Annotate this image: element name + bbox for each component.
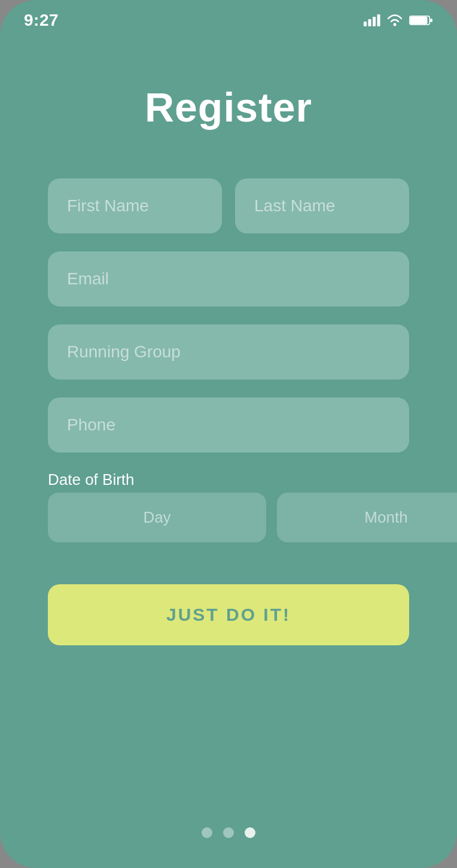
page-indicators (0, 803, 457, 868)
phone-input[interactable] (48, 397, 409, 453)
svg-point-4 (394, 23, 397, 26)
svg-rect-0 (364, 22, 367, 26)
status-icons (364, 14, 433, 27)
svg-rect-3 (377, 14, 380, 26)
dob-row (48, 493, 409, 542)
name-row (48, 178, 409, 233)
page-dot-3[interactable] (245, 827, 255, 838)
status-time: 9:27 (24, 11, 59, 30)
wifi-icon (386, 14, 403, 27)
running-group-input[interactable] (48, 324, 409, 380)
signal-icon (364, 14, 380, 26)
dob-section: Date of Birth (48, 471, 409, 542)
form-container: Date of Birth JUST DO IT! (48, 178, 409, 645)
page-title: Register (145, 84, 312, 130)
page-dot-2[interactable] (223, 827, 234, 838)
month-input[interactable] (277, 493, 457, 542)
first-name-input[interactable] (48, 178, 222, 233)
submit-button[interactable]: JUST DO IT! (48, 584, 409, 645)
page-dot-1[interactable] (202, 827, 212, 838)
svg-rect-7 (410, 17, 428, 25)
day-input[interactable] (48, 493, 266, 542)
last-name-input[interactable] (235, 178, 409, 233)
battery-icon (409, 14, 433, 26)
phone-frame: 9:27 (0, 0, 457, 868)
main-content: Register Date of Birth (0, 36, 457, 803)
svg-rect-8 (430, 19, 432, 22)
status-bar: 9:27 (0, 0, 457, 36)
email-input[interactable] (48, 251, 409, 306)
svg-rect-1 (368, 19, 371, 26)
svg-rect-2 (373, 17, 376, 26)
